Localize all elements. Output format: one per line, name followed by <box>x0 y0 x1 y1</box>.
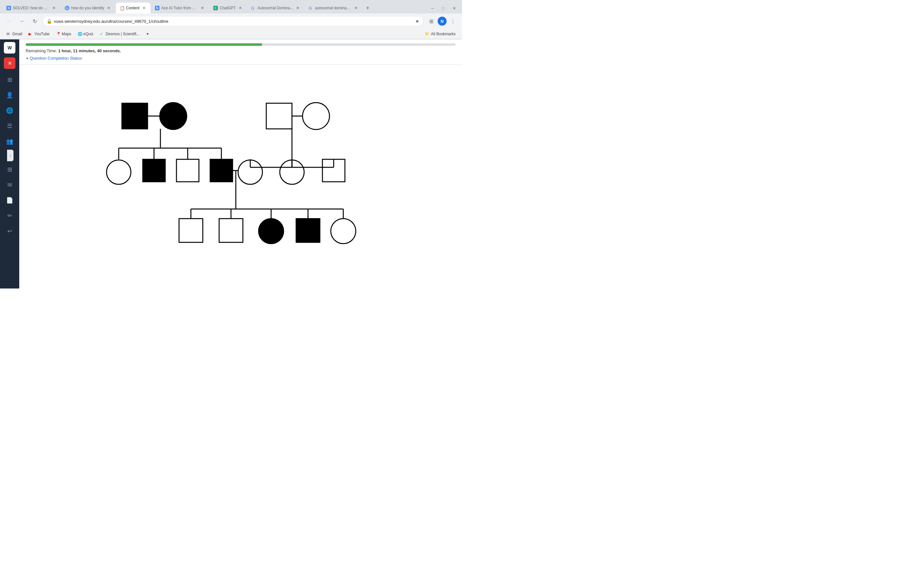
progress-bar-fill <box>26 43 262 46</box>
tab-5-title: ChatGPT <box>220 6 236 10</box>
url-text: vuws.westernsydney.edu.au/ultra/courses/… <box>54 19 413 24</box>
gen3-child2-male <box>219 219 243 242</box>
forward-button[interactable]: → <box>17 16 27 26</box>
document-icon: 📄 <box>6 197 13 204</box>
extensions-icon[interactable]: ⊞ <box>426 16 436 26</box>
sidebar-item-calendar[interactable]: ⊞ <box>3 163 17 177</box>
tab-5-close[interactable]: ✕ <box>238 5 243 11</box>
sidebar-close-button[interactable]: ✕ <box>4 57 15 69</box>
profile-icon: 👤 <box>6 92 13 99</box>
gen3-child5-female <box>331 219 356 243</box>
back-button[interactable]: ← <box>4 16 14 26</box>
bookmark-desmos-label: Desmos | Scientifi... <box>105 32 140 36</box>
sidebar-item-globe[interactable]: 🌐 <box>3 103 17 118</box>
sidebar-item-list[interactable]: ☰ <box>3 119 17 133</box>
all-bookmarks-label: All Bookmarks <box>431 32 456 36</box>
tab-4-close[interactable]: ✕ <box>200 5 205 11</box>
question-status[interactable]: Question Completion Status: <box>26 56 456 61</box>
bookmark-star[interactable]: ✦ <box>144 31 152 37</box>
calendar-icon: ⊞ <box>7 166 12 173</box>
quiz-header: Remaining Time: 1 hour, 11 minutes, 40 s… <box>19 39 462 65</box>
gen2-child3-male <box>176 159 199 182</box>
minimize-button[interactable]: ─ <box>427 3 438 13</box>
page-layout: W ✕ ⊞ 👤 🌐 ☰ 👥 › ⊞ ✉ 📄 ✏ ↩ <box>0 39 462 288</box>
bookmark-youtube[interactable]: ▶ YouTube <box>26 31 52 37</box>
sidebar-item-dashboard[interactable]: ⊞ <box>3 73 17 87</box>
pedigree-area <box>19 65 462 288</box>
tab-6-close[interactable]: ✕ <box>295 5 300 11</box>
tab-3[interactable]: 📋 Content ✕ <box>116 3 150 13</box>
gen2-child4-male <box>210 159 233 182</box>
bookmark-gmail-label: Gmail <box>12 32 22 36</box>
progress-bar-container <box>26 43 456 46</box>
tab-2-close[interactable]: ✕ <box>106 5 111 11</box>
bookmarks-bar: ✉ Gmail ▶ YouTube 📍 Maps 🌐 eQuiz ✓ Desmo… <box>0 29 462 39</box>
address-bar-row: ← → ↻ 🔒 vuws.westernsydney.edu.au/ultra/… <box>0 13 462 29</box>
gen2-child2-male <box>143 159 165 182</box>
bookmark-gmail[interactable]: ✉ Gmail <box>4 31 25 37</box>
sidebar-item-group[interactable]: 👥 <box>3 134 17 148</box>
tab-3-title: Content <box>126 6 140 10</box>
remaining-time-label: Remaining Time: <box>26 48 57 53</box>
tab-3-favicon: 📋 <box>120 6 124 10</box>
tab-1[interactable]: N SOLVED: how do yo... ✕ <box>3 3 60 13</box>
address-bar[interactable]: 🔒 vuws.westernsydney.edu.au/ultra/course… <box>42 16 423 26</box>
gen2-child1-female <box>107 160 131 184</box>
tab-1-close[interactable]: ✕ <box>51 5 57 11</box>
profile-avatar[interactable]: N <box>438 17 447 26</box>
gen1-left-female <box>160 103 187 129</box>
gen3-child1-male <box>179 219 203 242</box>
bookmark-youtube-label: YouTube <box>34 32 49 36</box>
tab-7-title: autosomal dominan... <box>315 6 352 10</box>
gen1-left-male <box>122 103 148 129</box>
main-content: Remaining Time: 1 hour, 11 minutes, 40 s… <box>19 39 462 288</box>
tab-7-close[interactable]: ✕ <box>354 5 359 11</box>
all-bookmarks-button[interactable]: 📁 All Bookmarks <box>422 31 458 37</box>
maps-icon: 📍 <box>56 32 61 36</box>
tab-2-favicon: G <box>65 6 69 10</box>
remaining-time: Remaining Time: 1 hour, 11 minutes, 40 s… <box>26 48 456 53</box>
tab-5-favicon: C <box>213 6 218 10</box>
bookmark-maps[interactable]: 📍 Maps <box>53 31 74 37</box>
globe-icon: 🌐 <box>6 107 13 114</box>
sidebar-item-profile[interactable]: 👤 <box>3 88 17 102</box>
sidebar-logo: W <box>4 42 15 53</box>
gen1-right-female <box>302 103 330 129</box>
youtube-icon: ▶ <box>29 32 33 36</box>
tab-6[interactable]: G Autosomal Domina... ✕ <box>247 3 304 13</box>
sidebar-item-back[interactable]: ↩ <box>3 224 17 238</box>
tab-6-title: Autosomal Domina... <box>258 6 293 10</box>
sidebar-item-mail[interactable]: ✉ <box>3 178 17 192</box>
tab-4-title: Ace AI Tutor from N... <box>162 6 198 10</box>
maximize-button[interactable]: □ <box>438 3 449 13</box>
sidebar-item-edit[interactable]: ✏ <box>3 209 17 223</box>
gen3-child4-male <box>296 219 320 242</box>
tab-6-favicon: G <box>251 6 256 10</box>
all-bookmarks-icon: 📁 <box>425 32 430 36</box>
browser-chrome: N SOLVED: how do yo... ✕ G how do you id… <box>0 0 462 39</box>
tab-2-title: how do you identify <box>71 6 104 10</box>
gmail-icon: ✉ <box>6 32 11 36</box>
tab-7[interactable]: G autosomal dominan... ✕ <box>305 3 363 13</box>
tab-2[interactable]: G how do you identify ✕ <box>61 3 115 13</box>
reload-button[interactable]: ↻ <box>29 16 40 26</box>
sidebar-item-document[interactable]: 📄 <box>3 193 17 207</box>
menu-icon[interactable]: ⋮ <box>448 16 458 26</box>
bookmark-equiz[interactable]: 🌐 eQuiz <box>75 31 96 37</box>
tab-4-favicon: N <box>155 6 160 10</box>
tab-5[interactable]: C ChatGPT ✕ <box>210 3 247 13</box>
close-window-button[interactable]: ✕ <box>449 3 459 13</box>
tab-1-favicon: N <box>6 6 11 10</box>
tab-4[interactable]: N Ace AI Tutor from N... ✕ <box>151 3 209 13</box>
bookmark-desmos[interactable]: ✓ Desmos | Scientifi... <box>97 31 142 37</box>
remaining-time-value: 1 hour, 11 minutes, 40 seconds. <box>58 48 121 53</box>
tab-3-close[interactable]: ✕ <box>142 5 147 11</box>
desmos-icon: ✓ <box>100 32 104 36</box>
edit-icon: ✏ <box>7 212 12 219</box>
bookmark-maps-label: Maps <box>62 32 71 36</box>
equiz-icon: 🌐 <box>78 32 82 36</box>
new-tab-button[interactable]: + <box>363 3 372 13</box>
sidebar-expand-button[interactable]: › <box>7 150 13 161</box>
pedigree-chart <box>96 71 385 288</box>
list-icon: ☰ <box>7 122 12 129</box>
